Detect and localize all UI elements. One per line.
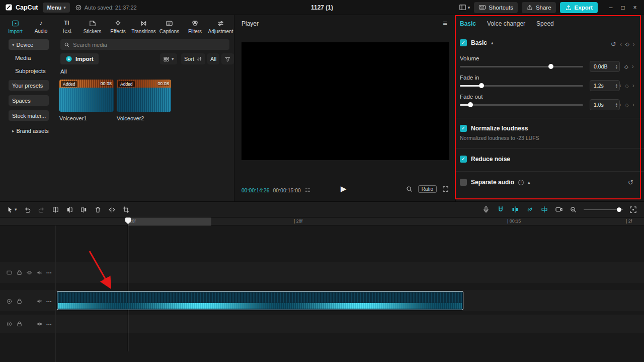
tab-speed[interactable]: Speed xyxy=(536,20,554,27)
more-options-icon[interactable]: ••• xyxy=(46,322,52,326)
tab-transitions[interactable]: Transitions xyxy=(131,17,156,36)
value-stepper[interactable]: ▴ ▾ xyxy=(616,83,617,89)
keyframe-diamond-icon[interactable]: ◇ xyxy=(625,102,629,108)
video-preview[interactable] xyxy=(242,42,449,160)
export-button[interactable]: Export xyxy=(560,2,598,13)
view-mode-dropdown[interactable]: ▾ xyxy=(160,53,177,64)
keyframe-prev-icon[interactable]: ‹ xyxy=(619,82,621,89)
timeline-zoom-slider[interactable] xyxy=(584,207,623,212)
lock-icon[interactable] xyxy=(16,269,23,276)
keyframe-next-icon[interactable]: › xyxy=(633,41,635,48)
lock-icon[interactable] xyxy=(16,321,23,327)
tab-voice-changer[interactable]: Voice changer xyxy=(487,20,525,27)
mute-speaker-icon[interactable] xyxy=(36,298,43,305)
sidebar-item-device[interactable]: ▾ Device xyxy=(9,39,49,50)
delete-right-button[interactable] xyxy=(80,206,88,213)
preview-axis-toggle-button[interactable] xyxy=(540,205,548,213)
delete-button[interactable] xyxy=(94,206,102,213)
timeline-ruler[interactable]: 26f | 28f | 00:15 | 2f xyxy=(0,218,644,226)
maximize-button[interactable]: □ xyxy=(617,2,629,13)
screen-record-button[interactable] xyxy=(555,205,563,213)
fade-in-value-box[interactable]: 1.2s ▴ ▾ xyxy=(590,80,620,91)
sidebar-item-brand-assets[interactable]: ▸ Brand assets xyxy=(9,125,49,136)
sidebar-item-media[interactable]: Media xyxy=(15,55,31,61)
menu-button[interactable]: Menu ▾ xyxy=(43,3,69,13)
video-track-lane[interactable] xyxy=(0,262,644,283)
volume-value-box[interactable]: 0.0dB ▴ ▾ xyxy=(590,61,620,72)
sidebar-item-your-presets[interactable]: Your presets xyxy=(9,80,49,91)
record-voiceover-button[interactable] xyxy=(482,205,490,213)
collapse-caret-icon[interactable]: ▴ xyxy=(491,40,494,45)
tab-import[interactable]: Import xyxy=(3,17,28,36)
audio-track-icon[interactable] xyxy=(6,298,13,305)
frame-view-icon[interactable] xyxy=(304,187,311,193)
fade-in-slider[interactable] xyxy=(460,83,583,89)
reduce-noise-checkbox[interactable]: ✓ xyxy=(460,156,467,163)
basic-checkbox[interactable]: ✓ xyxy=(460,39,467,46)
preview-quality-icon[interactable] xyxy=(406,185,413,193)
filter-all-dropdown[interactable]: All xyxy=(207,53,219,64)
tab-adjustment[interactable]: Adjustment xyxy=(208,17,233,36)
magnet-toggle-button[interactable] xyxy=(497,205,505,213)
info-icon[interactable]: i xyxy=(518,180,524,185)
keyframe-prev-icon[interactable]: ‹ xyxy=(620,41,622,48)
fade-out-slider[interactable] xyxy=(460,102,583,108)
fade-out-value-box[interactable]: 1.0s ▴ ▾ xyxy=(590,99,620,110)
keyframe-diamond-icon[interactable]: ◇ xyxy=(625,83,629,89)
keyframe-prev-icon[interactable]: ‹ xyxy=(619,101,621,108)
media-item-voiceover1[interactable]: Added 00:08 Voiceover1 xyxy=(59,80,114,121)
zoom-fit-button[interactable] xyxy=(629,206,637,213)
share-button[interactable]: Share xyxy=(522,2,556,13)
snapping-toggle-button[interactable] xyxy=(511,205,519,213)
search-input[interactable] xyxy=(73,42,226,48)
tab-captions[interactable]: Captions xyxy=(157,17,182,36)
keyframe-diamond-icon[interactable]: ◇ xyxy=(624,64,628,69)
import-media-button[interactable]: Import xyxy=(60,53,99,64)
mute-speaker-icon[interactable] xyxy=(36,269,43,276)
sidebar-item-stock-materials[interactable]: Stock mater... xyxy=(9,110,49,121)
stepper-down-icon[interactable]: ▾ xyxy=(616,66,617,69)
play-button[interactable]: ▶ xyxy=(341,184,347,193)
tab-text[interactable]: TI Text xyxy=(54,17,79,36)
tab-filters[interactable]: Filters xyxy=(183,17,207,36)
sidebar-item-spaces[interactable]: Spaces xyxy=(9,95,49,106)
delete-left-button[interactable] xyxy=(66,206,73,213)
select-tool-button[interactable]: ▾ xyxy=(6,206,17,213)
slider-knob[interactable] xyxy=(468,102,473,107)
slider-knob[interactable] xyxy=(548,64,553,69)
keyframe-next-icon[interactable]: › xyxy=(632,82,634,89)
video-track-icon[interactable] xyxy=(6,269,13,276)
tab-stickers[interactable]: Stickers xyxy=(80,17,105,36)
audio-clip-selected[interactable] xyxy=(57,291,463,310)
link-clips-toggle-button[interactable] xyxy=(526,205,534,213)
slider-knob[interactable] xyxy=(617,207,621,212)
sidebar-item-subprojects[interactable]: Subprojects xyxy=(15,68,46,74)
value-stepper[interactable]: ▴ ▾ xyxy=(616,64,617,69)
shortcuts-button[interactable]: Shortcuts xyxy=(474,2,518,13)
stepper-down-icon[interactable]: ▾ xyxy=(616,105,617,108)
tab-effects[interactable]: Effects xyxy=(106,17,130,36)
keyframe-diamond-icon[interactable]: ◇ xyxy=(625,41,629,47)
ratio-button[interactable]: Ratio xyxy=(418,185,437,193)
volume-slider[interactable] xyxy=(460,63,583,69)
layout-switch-button[interactable]: ▾ xyxy=(459,4,470,11)
split-button[interactable] xyxy=(52,206,59,213)
value-stepper[interactable]: ▴ ▾ xyxy=(616,102,617,108)
audio-track-lane-2[interactable] xyxy=(0,315,644,333)
mute-speaker-icon[interactable] xyxy=(36,321,43,327)
more-options-icon[interactable]: ••• xyxy=(46,270,52,275)
collapse-caret-icon[interactable]: ▴ xyxy=(528,180,530,185)
undo-button[interactable] xyxy=(24,206,31,213)
minimize-button[interactable]: – xyxy=(605,2,617,13)
player-menu-button[interactable]: ≡ xyxy=(443,19,447,27)
reset-icon[interactable]: ↺ xyxy=(611,40,616,48)
separate-audio-checkbox[interactable] xyxy=(460,179,467,186)
redo-button[interactable] xyxy=(38,206,45,213)
tab-basic[interactable]: Basic xyxy=(460,20,476,27)
filter-button[interactable] xyxy=(221,53,234,64)
more-options-icon[interactable]: ••• xyxy=(46,299,52,304)
keyframe-next-icon[interactable]: › xyxy=(632,63,634,70)
lock-icon[interactable] xyxy=(16,298,23,305)
normalize-loudness-checkbox[interactable]: ✓ xyxy=(460,125,467,132)
audio-track-icon[interactable] xyxy=(6,321,13,327)
